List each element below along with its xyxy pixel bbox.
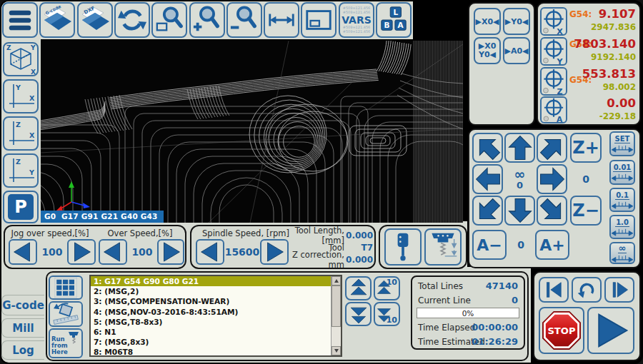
vars-button[interactable]: #509=121.456 #509=121.456 VARS #509=121.… <box>339 2 374 38</box>
gcode-line[interactable]: 5: (MSG,T8-8x3) <box>91 317 341 327</box>
tab-gcode[interactable]: G-code <box>1 295 44 315</box>
jog-a-minus-button[interactable]: A− <box>472 230 507 260</box>
gcode-list[interactable]: 1: G17 G54 G90 G80 G21 2: (MSG,2) 3: (MS… <box>89 275 342 357</box>
tool-measure-button[interactable] <box>424 228 462 266</box>
jog-z-minus-button[interactable]: Z− <box>570 196 602 226</box>
view-xy-button[interactable]: Y X <box>3 79 39 113</box>
keyboard-button[interactable]: L B A <box>376 2 412 38</box>
svg-text:Z: Z <box>557 87 562 95</box>
run-from-here-button[interactable]: Run from Here <box>49 328 83 358</box>
gcode-line[interactable]: 7: (MSG,8x3) <box>91 337 341 347</box>
zoom-in-button[interactable] <box>189 2 225 38</box>
jog-up-left-button[interactable] <box>472 133 503 163</box>
jog-over-speed-label: Jog over speed,[%] <box>6 228 94 238</box>
zero-x-button[interactable]: ▶X0◀ <box>474 8 501 35</box>
svg-text:X: X <box>29 94 35 102</box>
scroll-down-10-button[interactable]: 10 <box>374 302 400 326</box>
dro-zero-z-button[interactable]: Z <box>540 67 567 96</box>
dro-zero-x-button[interactable]: X <box>540 7 567 36</box>
gcode-line[interactable]: 6: N1 <box>91 327 341 337</box>
jog-step-001-button[interactable]: 0.01 <box>609 160 635 185</box>
zoom-window-button[interactable] <box>151 2 187 38</box>
view-iso-button[interactable]: Z Y X <box>3 42 39 76</box>
jog-step-continuous-button[interactable]: ∞ <box>609 242 635 264</box>
run-from-here-label: Run from Here <box>51 336 68 355</box>
measure-icon <box>266 5 296 35</box>
grid-view-button[interactable] <box>49 275 83 300</box>
jog-z-plus-button[interactable]: Z+ <box>570 133 602 163</box>
view-yz-button[interactable]: Z Y <box>3 153 39 188</box>
tab-log[interactable]: Log <box>1 340 44 360</box>
tab-mill[interactable]: Mill <box>1 318 44 338</box>
probe-button[interactable] <box>384 228 422 266</box>
z-correction-label: Z correction, mm <box>291 250 344 270</box>
jog-up-button[interactable] <box>504 133 535 163</box>
go-to-start-button[interactable] <box>539 277 569 303</box>
jog-step-10-button[interactable]: 1.0 <box>609 215 635 239</box>
menu-button[interactable] <box>2 2 38 38</box>
jog-up-right-button[interactable] <box>537 133 567 163</box>
folder-dxf-icon: DXF <box>79 4 111 36</box>
measure-button[interactable] <box>264 2 299 38</box>
gcode-line[interactable]: 4: (MSG,NOV-03-2016-8:43:51AM) <box>91 307 341 317</box>
gcode-line[interactable]: 3: (MSG,COMPENSATION-WEAR) <box>91 296 341 306</box>
zero-a-button[interactable]: ▶A0◀ <box>503 37 530 64</box>
jog-right-button[interactable] <box>537 164 567 194</box>
fit-view-icon <box>304 5 334 35</box>
jog-down-button[interactable] <box>504 196 535 226</box>
scrollbar-down-button[interactable] <box>332 346 341 355</box>
scrollbar-down-icon <box>334 349 339 353</box>
gcode-line[interactable]: 1: G17 G54 G90 G80 G21 <box>91 276 341 286</box>
jog-speed-up-button[interactable] <box>67 239 96 265</box>
scrollbar-thumb[interactable] <box>332 285 341 327</box>
folder-gcode-icon: G-code <box>41 4 73 36</box>
open-dxf-button[interactable]: DXF <box>77 2 113 38</box>
triangle-right-icon <box>159 241 183 263</box>
tool-info: Tool Length, [mm] 0.000 Tool T7 Z correc… <box>291 229 373 266</box>
scroll-down-button[interactable] <box>345 302 372 326</box>
gcode-line[interactable]: 8: M06T8 <box>91 347 341 357</box>
over-speed-up-button[interactable] <box>157 239 184 265</box>
refresh-view-button[interactable] <box>114 2 150 38</box>
stop-button[interactable]: STOP <box>539 307 584 354</box>
park-button[interactable]: P <box>3 191 39 223</box>
jog-step-001-label: 0.01 <box>613 163 632 172</box>
jog-down-left-button[interactable] <box>472 196 503 226</box>
view-xz-button[interactable]: Z X <box>3 116 39 151</box>
triangle-left-icon <box>198 241 222 263</box>
gcode-line[interactable]: 2: (MSG,2) <box>91 286 341 296</box>
jog-step-set-button[interactable]: SET <box>609 131 635 156</box>
scroll-up-10-button[interactable]: 10 <box>374 276 400 300</box>
zero-xy-button[interactable]: ▶X0 Y0◀ <box>474 37 501 64</box>
play-button[interactable] <box>587 307 634 354</box>
open-gcode-button[interactable]: G-code <box>39 2 75 38</box>
placement-button[interactable] <box>49 301 83 327</box>
scroll-up-10-label: 10 <box>387 278 397 286</box>
dro-zero-a-button[interactable]: A <box>540 96 567 123</box>
jog-xy-infinity: ∞ <box>514 168 526 181</box>
transport-panel: STOP <box>533 271 641 361</box>
zero-y-button[interactable]: ▶Y0◀ <box>503 8 530 35</box>
toolpath-viewport[interactable]: G0 G17 G91 G21 G40 G43 <box>41 41 463 223</box>
jog-left-button[interactable] <box>472 164 503 194</box>
double-down-icon <box>347 303 370 325</box>
spindle-speed-up-button[interactable] <box>260 239 289 265</box>
scrollbar-up-button[interactable] <box>332 276 341 285</box>
reset-button[interactable] <box>572 277 602 303</box>
scroll-up-button[interactable] <box>345 276 372 300</box>
jog-a-plus-button[interactable]: A+ <box>535 230 569 260</box>
gcode-scrollbar[interactable] <box>331 276 341 355</box>
dro-z-machine-value: 98.002 <box>603 82 636 92</box>
jog-speed-down-button[interactable] <box>9 239 37 265</box>
jog-down-right-button[interactable] <box>537 196 567 226</box>
zoom-out-button[interactable] <box>226 2 262 38</box>
over-speed-down-button[interactable] <box>99 239 127 265</box>
fit-view-button[interactable] <box>301 2 337 38</box>
jog-step-01-button[interactable]: 0.1 <box>609 188 635 212</box>
dro-zero-y-button[interactable]: Y <box>540 37 567 66</box>
mini-spindle-icon <box>66 330 81 346</box>
svg-text:Z: Z <box>6 44 11 51</box>
spindle-speed-down-button[interactable] <box>196 239 224 265</box>
step-forward-button[interactable] <box>604 277 634 303</box>
dro-row-y: Y G54: 7803.140 9192.140 <box>538 37 639 67</box>
